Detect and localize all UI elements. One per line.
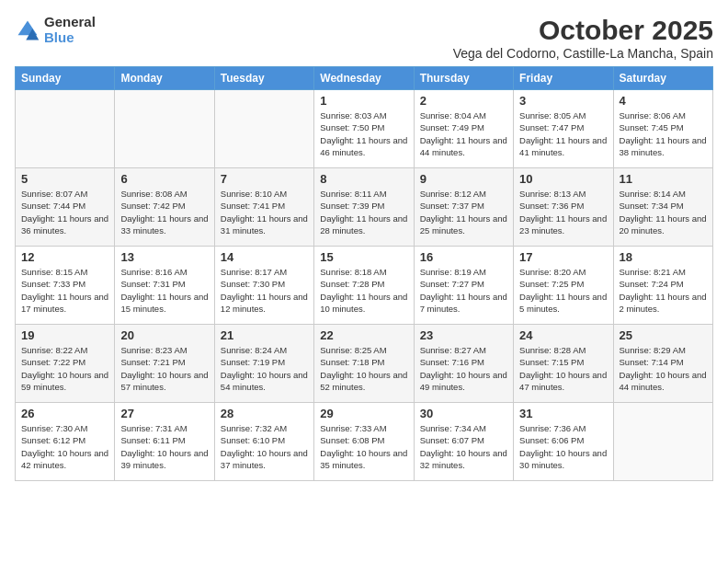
day-info: Sunrise: 8:11 AM Sunset: 7:39 PM Dayligh… [320,188,407,236]
calendar-cell [16,90,115,168]
calendar-cell [214,90,313,168]
logo: General Blue [15,15,96,45]
day-number: 6 [120,172,208,186]
day-number: 8 [320,172,407,186]
day-number: 7 [221,172,308,186]
day-number: 31 [519,407,607,420]
calendar-cell: 14Sunrise: 8:17 AM Sunset: 7:30 PM Dayli… [214,247,313,325]
day-number: 19 [21,328,108,342]
day-info: Sunrise: 8:10 AM Sunset: 7:41 PM Dayligh… [221,188,308,236]
calendar-cell: 12Sunrise: 8:15 AM Sunset: 7:33 PM Dayli… [16,247,115,325]
calendar-cell: 23Sunrise: 8:27 AM Sunset: 7:16 PM Dayli… [414,325,513,403]
weekday-header-saturday: Saturday [613,67,712,90]
day-info: Sunrise: 7:34 AM Sunset: 6:07 PM Dayligh… [420,422,507,471]
logo-text-blue: Blue [44,30,96,46]
location-title: Vega del Codorno, Castille-La Mancha, Sp… [453,46,713,61]
day-number: 20 [120,328,208,342]
weekday-header-sunday: Sunday [16,67,115,90]
day-info: Sunrise: 8:25 AM Sunset: 7:18 PM Dayligh… [320,344,407,393]
day-number: 24 [519,328,607,342]
calendar-cell: 15Sunrise: 8:18 AM Sunset: 7:28 PM Dayli… [314,247,414,325]
day-info: Sunrise: 8:28 AM Sunset: 7:15 PM Dayligh… [519,344,607,393]
day-info: Sunrise: 8:21 AM Sunset: 7:24 PM Dayligh… [620,266,707,315]
calendar-week-3: 12Sunrise: 8:15 AM Sunset: 7:33 PM Dayli… [16,247,713,325]
calendar-cell: 18Sunrise: 8:21 AM Sunset: 7:24 PM Dayli… [613,247,712,325]
calendar-cell: 17Sunrise: 8:20 AM Sunset: 7:25 PM Dayli… [514,247,613,325]
page-header: General Blue October 2025 Vega del Codor… [15,15,713,61]
calendar-cell: 22Sunrise: 8:25 AM Sunset: 7:18 PM Dayli… [314,325,414,403]
day-info: Sunrise: 8:22 AM Sunset: 7:22 PM Dayligh… [21,344,108,393]
weekday-header-tuesday: Tuesday [214,67,313,90]
calendar-cell: 10Sunrise: 8:13 AM Sunset: 7:36 PM Dayli… [514,168,613,247]
calendar-cell: 30Sunrise: 7:34 AM Sunset: 6:07 PM Dayli… [414,403,513,481]
day-number: 3 [519,94,607,108]
calendar-week-5: 26Sunrise: 7:30 AM Sunset: 6:12 PM Dayli… [16,403,713,481]
weekday-header-friday: Friday [514,67,613,90]
day-number: 14 [221,250,308,264]
day-number: 17 [519,250,607,264]
day-info: Sunrise: 7:31 AM Sunset: 6:11 PM Dayligh… [120,422,208,471]
day-info: Sunrise: 8:04 AM Sunset: 7:49 PM Dayligh… [420,109,507,158]
day-number: 30 [420,407,507,420]
day-info: Sunrise: 8:14 AM Sunset: 7:34 PM Dayligh… [620,188,707,236]
day-number: 10 [519,172,607,186]
day-number: 2 [420,94,507,108]
calendar-cell: 31Sunrise: 7:36 AM Sunset: 6:06 PM Dayli… [514,403,613,481]
day-number: 21 [221,328,308,342]
day-info: Sunrise: 8:23 AM Sunset: 7:21 PM Dayligh… [120,344,208,393]
day-info: Sunrise: 8:05 AM Sunset: 7:47 PM Dayligh… [519,109,607,158]
day-info: Sunrise: 8:13 AM Sunset: 7:36 PM Dayligh… [519,188,607,236]
calendar-cell: 5Sunrise: 8:07 AM Sunset: 7:44 PM Daylig… [16,168,115,247]
weekday-header-thursday: Thursday [414,67,513,90]
day-number: 9 [420,172,507,186]
month-title: October 2025 [453,15,713,46]
day-info: Sunrise: 8:19 AM Sunset: 7:27 PM Dayligh… [420,266,507,315]
day-info: Sunrise: 8:08 AM Sunset: 7:42 PM Dayligh… [120,188,208,236]
day-info: Sunrise: 8:18 AM Sunset: 7:28 PM Dayligh… [320,266,407,315]
day-number: 28 [221,407,308,420]
calendar-cell: 11Sunrise: 8:14 AM Sunset: 7:34 PM Dayli… [613,168,712,247]
day-number: 16 [420,250,507,264]
day-number: 4 [620,94,707,108]
day-number: 5 [21,172,108,186]
weekday-header-wednesday: Wednesday [314,67,414,90]
day-info: Sunrise: 7:33 AM Sunset: 6:08 PM Dayligh… [320,422,407,471]
calendar-cell: 13Sunrise: 8:16 AM Sunset: 7:31 PM Dayli… [115,247,214,325]
logo-icon [15,17,40,43]
day-number: 18 [620,250,707,264]
calendar-cell: 1Sunrise: 8:03 AM Sunset: 7:50 PM Daylig… [314,90,414,168]
day-info: Sunrise: 7:30 AM Sunset: 6:12 PM Dayligh… [21,422,108,471]
calendar-cell [613,403,712,481]
day-number: 29 [320,407,407,420]
day-info: Sunrise: 8:17 AM Sunset: 7:30 PM Dayligh… [221,266,308,315]
day-number: 15 [320,250,407,264]
day-info: Sunrise: 8:16 AM Sunset: 7:31 PM Dayligh… [120,266,208,315]
day-info: Sunrise: 8:06 AM Sunset: 7:45 PM Dayligh… [620,109,707,158]
calendar-cell: 27Sunrise: 7:31 AM Sunset: 6:11 PM Dayli… [115,403,214,481]
day-info: Sunrise: 8:27 AM Sunset: 7:16 PM Dayligh… [420,344,507,393]
calendar-cell: 28Sunrise: 7:32 AM Sunset: 6:10 PM Dayli… [214,403,313,481]
calendar-cell: 7Sunrise: 8:10 AM Sunset: 7:41 PM Daylig… [214,168,313,247]
day-info: Sunrise: 7:36 AM Sunset: 6:06 PM Dayligh… [519,422,607,471]
day-info: Sunrise: 8:03 AM Sunset: 7:50 PM Dayligh… [320,109,407,158]
day-info: Sunrise: 8:12 AM Sunset: 7:37 PM Dayligh… [420,188,507,236]
day-info: Sunrise: 8:07 AM Sunset: 7:44 PM Dayligh… [21,188,108,236]
calendar-cell: 29Sunrise: 7:33 AM Sunset: 6:08 PM Dayli… [314,403,414,481]
day-number: 23 [420,328,507,342]
calendar-cell: 6Sunrise: 8:08 AM Sunset: 7:42 PM Daylig… [115,168,214,247]
day-number: 11 [620,172,707,186]
day-number: 12 [21,250,108,264]
day-info: Sunrise: 7:32 AM Sunset: 6:10 PM Dayligh… [221,422,308,471]
calendar-week-1: 1Sunrise: 8:03 AM Sunset: 7:50 PM Daylig… [16,90,713,168]
calendar-cell: 19Sunrise: 8:22 AM Sunset: 7:22 PM Dayli… [16,325,115,403]
weekday-header-monday: Monday [115,67,214,90]
day-info: Sunrise: 8:29 AM Sunset: 7:14 PM Dayligh… [620,344,707,393]
calendar-cell [115,90,214,168]
calendar-cell: 8Sunrise: 8:11 AM Sunset: 7:39 PM Daylig… [314,168,414,247]
calendar-cell: 3Sunrise: 8:05 AM Sunset: 7:47 PM Daylig… [514,90,613,168]
day-info: Sunrise: 8:20 AM Sunset: 7:25 PM Dayligh… [519,266,607,315]
logo-text-general: General [44,15,96,30]
calendar-cell: 9Sunrise: 8:12 AM Sunset: 7:37 PM Daylig… [414,168,513,247]
weekday-header-row: SundayMondayTuesdayWednesdayThursdayFrid… [16,67,713,90]
day-number: 22 [320,328,407,342]
